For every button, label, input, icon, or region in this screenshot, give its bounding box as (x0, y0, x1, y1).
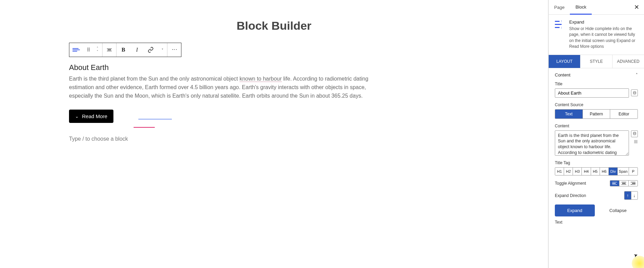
decor-line-red (134, 127, 155, 128)
section-content-body: Title Content Source Text Pattern Editor… (549, 82, 644, 232)
decor-line-blue (138, 119, 172, 119)
database-icon (633, 132, 636, 136)
expand-block-icon: ↑ ↓ (555, 19, 564, 29)
more-rich-text-button[interactable]: ˅ (157, 43, 167, 57)
page-title: Block Builder (0, 19, 548, 32)
align-left-icon (612, 182, 617, 185)
link-icon (148, 47, 154, 53)
chevron-up-icon: ˄ (636, 73, 638, 77)
close-sidebar-button[interactable]: ✕ (629, 0, 644, 14)
tag-h4[interactable]: H4 (582, 168, 591, 175)
block-type-button[interactable] (69, 43, 83, 57)
chevron-down-icon: ⌄ (75, 114, 79, 119)
tag-h5[interactable]: H5 (591, 168, 600, 175)
content-textarea[interactable] (555, 130, 629, 156)
expand-down-button[interactable]: ↓ (631, 192, 638, 199)
align-left-button[interactable] (610, 181, 619, 186)
tab-block[interactable]: Block (570, 0, 592, 15)
text-label: Text (555, 220, 638, 225)
move-updown[interactable]: ˄˅ (93, 43, 102, 57)
block-info-desc: Show or Hide complete info on the page, … (569, 26, 638, 50)
content-label: Content (555, 124, 638, 128)
block-info-card: ↑ ↓ Expand Show or Hide complete info on… (549, 15, 644, 55)
tab-style[interactable]: STYLE (580, 55, 612, 68)
settings-sidebar: Page Block ✕ ↑ ↓ Expand Show or Hide com… (548, 0, 644, 268)
italic-button[interactable]: I (130, 43, 144, 57)
editor-canvas[interactable]: Block Builder ⠿ ˄˅ (0, 0, 548, 268)
content-source-editor[interactable]: Editor (610, 110, 638, 118)
block-toolbar: ⠿ ˄˅ B I ˅ (69, 43, 181, 57)
toggle-alignment-buttons (610, 180, 638, 187)
options-button[interactable]: ⋮ (167, 43, 181, 57)
content-dynamic-button[interactable] (631, 130, 638, 137)
align-center-button[interactable] (619, 181, 629, 186)
expand-block-icon (72, 48, 81, 52)
expand-direction-buttons: ↑ ↓ (624, 191, 638, 200)
tag-h2[interactable]: H2 (564, 168, 573, 175)
align-icon (107, 48, 112, 52)
arrow-up-icon: ↑ (627, 193, 629, 198)
expand-direction-label: Expand Direction (555, 193, 586, 198)
content-source-label: Content Source (555, 102, 638, 107)
tag-p[interactable]: P (629, 168, 638, 175)
block-content[interactable]: Earth is the third planet from the Sun a… (69, 75, 383, 100)
arrow-down-icon: ↓ (633, 193, 636, 198)
title-label: Title (555, 82, 638, 86)
tag-h3[interactable]: H3 (573, 168, 582, 175)
sidebar-tabs: Page Block ✕ (549, 0, 644, 15)
svg-point-1 (633, 132, 635, 133)
tag-div[interactable]: Div (609, 168, 618, 175)
collapse-state-button[interactable]: Collapse (598, 204, 638, 216)
read-more-button[interactable]: ⌄ Read More (69, 110, 113, 123)
expand-state-button[interactable]: Expand (555, 204, 595, 216)
tab-advanced[interactable]: ADVANCED (613, 55, 644, 68)
tag-h6[interactable]: H6 (600, 168, 609, 175)
textarea-scrollbar[interactable] (634, 140, 638, 143)
title-tag-buttons: H1 H2 H3 H4 H5 H6 Div Span P (555, 167, 638, 175)
block-title[interactable]: About Earth (69, 63, 383, 72)
content-source-pattern[interactable]: Pattern (583, 110, 611, 118)
align-button[interactable] (102, 43, 116, 57)
content-source-text[interactable]: Text (555, 110, 583, 118)
database-icon (633, 91, 636, 95)
svg-point-0 (633, 91, 635, 92)
tab-layout[interactable]: LAYOUT (549, 55, 580, 68)
section-content-toggle[interactable]: Content ˄ (549, 68, 644, 82)
link-button[interactable] (144, 43, 157, 57)
expand-block[interactable]: ⠿ ˄˅ B I ˅ (69, 43, 383, 142)
align-right-icon (631, 182, 635, 185)
cursor-highlight (632, 256, 644, 268)
cursor-icon: ➤ (633, 252, 639, 258)
content-source-buttons: Text Pattern Editor (555, 109, 638, 119)
tag-span[interactable]: Span (618, 168, 629, 175)
title-input[interactable] (555, 88, 629, 98)
align-center-icon (621, 182, 626, 185)
tab-page[interactable]: Page (549, 1, 570, 14)
mode-tabs: LAYOUT STYLE ADVANCED (549, 55, 644, 68)
toggle-alignment-label: Toggle Alignment (555, 181, 586, 186)
title-tag-label: Title Tag (555, 160, 638, 165)
drag-handle[interactable]: ⠿ (83, 43, 93, 57)
block-appender[interactable]: Type / to choose a block (69, 136, 383, 142)
title-dynamic-button[interactable] (631, 89, 638, 96)
align-right-button[interactable] (629, 181, 638, 186)
block-info-name: Expand (569, 19, 638, 25)
tag-h1[interactable]: H1 (555, 168, 564, 175)
expand-up-button[interactable]: ↑ (625, 192, 631, 199)
bold-button[interactable]: B (117, 43, 130, 57)
